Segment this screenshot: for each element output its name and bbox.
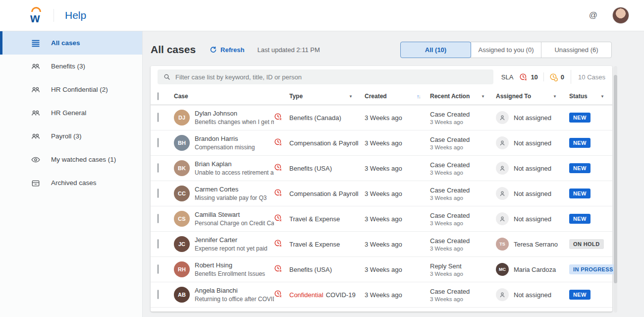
total-case-count: 10 Cases xyxy=(578,73,605,81)
unassigned-person-icon xyxy=(496,187,509,200)
assignee-name: Not assigned xyxy=(514,215,551,223)
case-subject: Unable to access retirement acc... xyxy=(195,169,274,176)
case-requester-name: Angela Bianchi xyxy=(195,287,274,294)
row-checkbox[interactable] xyxy=(158,290,159,299)
row-checkbox[interactable] xyxy=(158,189,159,198)
type-filter-caret-icon[interactable]: ▼ xyxy=(349,94,353,99)
sidebar-item-hr-confidential[interactable]: HR Confidential (2) xyxy=(0,78,142,101)
list-icon xyxy=(31,38,41,48)
recent-action: Case Created xyxy=(430,288,470,295)
assignee-name: Maria Cardoza xyxy=(514,266,556,273)
scrollbar-thumb[interactable] xyxy=(614,75,617,283)
sla-overdue-icon xyxy=(274,214,282,222)
case-requester-avatar: AB xyxy=(174,287,190,303)
row-checkbox[interactable] xyxy=(158,239,159,249)
table-row[interactable]: BK Brian Kaplan Unable to access retirem… xyxy=(151,156,612,181)
case-requester-name: Dylan Johnson xyxy=(195,110,274,117)
row-checkbox[interactable] xyxy=(158,163,159,173)
tab-assigned-to-you[interactable]: Assigned to you (0) xyxy=(471,42,541,58)
status-badge: NEW xyxy=(569,189,590,198)
case-type: Benefits (Canada) xyxy=(289,114,341,122)
workday-logo-letter: w xyxy=(30,12,40,24)
case-requester-avatar: JC xyxy=(174,236,190,252)
case-type: Travel & Expense xyxy=(289,241,340,248)
row-checkbox[interactable] xyxy=(158,214,159,223)
scrollbar-track xyxy=(614,66,617,313)
main-content: All cases Refresh Last updated 2:11 PM A… xyxy=(143,31,644,317)
case-type: COVID-19 xyxy=(326,291,356,299)
archive-icon xyxy=(31,178,41,188)
table-row[interactable]: CS Camilla Stewart Personal Charge on Cr… xyxy=(151,206,612,232)
case-created: 3 Weeks ago xyxy=(365,190,430,197)
recent-action-time: 3 Weeks ago xyxy=(430,195,463,201)
unassigned-person-icon xyxy=(496,288,509,301)
tab-all[interactable]: All (10) xyxy=(400,42,471,58)
case-type: Compensation & Payroll xyxy=(289,190,358,197)
case-subject: Personal Charge on Credit Card xyxy=(195,220,274,227)
table-row[interactable]: AB Angela Bianchi Returning to office af… xyxy=(151,282,612,308)
recent-action-filter-caret-icon[interactable]: ▼ xyxy=(481,94,485,99)
workday-logo[interactable]: w xyxy=(28,6,46,24)
created-sort-icon[interactable]: ↑↓ xyxy=(417,93,420,99)
row-checkbox[interactable] xyxy=(158,138,159,147)
case-subject: Benefits changes when I get ma... xyxy=(195,119,274,126)
group-icon xyxy=(31,62,41,71)
case-created: 3 Weeks ago xyxy=(365,266,430,273)
status-badge: NEW xyxy=(569,290,590,300)
table-row[interactable]: DJ Dylan Johnson Benefits changes when I… xyxy=(151,105,612,130)
case-requester-avatar: CS xyxy=(174,211,190,227)
table-row[interactable]: JC Jennifer Carter Expense report not ye… xyxy=(151,232,612,257)
sidebar-item-hr-general[interactable]: HR General xyxy=(0,101,142,125)
recent-action: Case Created xyxy=(430,212,470,219)
sidebar-item-benefits[interactable]: Benefits (3) xyxy=(0,55,142,78)
case-type: Benefits (USA) xyxy=(289,266,332,273)
tab-unassigned[interactable]: Unassigned (6) xyxy=(541,42,612,58)
recent-action: Reply Sent xyxy=(430,262,462,270)
row-checkbox[interactable] xyxy=(158,113,159,122)
sla-label: SLA xyxy=(501,73,514,81)
column-header-status: Status xyxy=(569,93,588,100)
case-requester-name: Brian Kaplan xyxy=(195,160,274,168)
status-filter-caret-icon[interactable]: ▼ xyxy=(600,94,604,99)
case-requester-avatar: BH xyxy=(174,135,190,151)
case-created: 3 Weeks ago xyxy=(365,215,430,223)
sla-overdue-icon xyxy=(274,264,282,273)
topbar-divider xyxy=(54,9,54,22)
sidebar-item-label: Payroll (3) xyxy=(51,132,82,140)
assignee-name: Not assigned xyxy=(514,190,551,197)
case-requester-name: Brandon Harris xyxy=(195,135,255,142)
mention-icon[interactable]: @ xyxy=(589,10,597,20)
filter-search-input[interactable] xyxy=(175,73,488,81)
refresh-button[interactable]: Refresh xyxy=(210,46,244,54)
case-created: 3 Weeks ago xyxy=(365,139,430,147)
case-requester-avatar: DJ xyxy=(174,110,190,126)
status-badge: ON HOLD xyxy=(569,239,604,249)
sidebar-item-label: HR Confidential (2) xyxy=(51,86,108,93)
sla-overdue-count: 10 xyxy=(531,73,537,81)
assignee-name: Not assigned xyxy=(514,165,551,172)
sidebar-item-all-cases[interactable]: All cases xyxy=(0,31,142,55)
sidebar-item-archived-cases[interactable]: Archived cases xyxy=(0,171,142,194)
confidential-label: Confidential xyxy=(289,291,323,299)
user-avatar[interactable] xyxy=(612,7,629,24)
assignee-avatar: TS xyxy=(496,238,509,251)
sla-overdue-icon xyxy=(274,189,282,197)
case-subject: Compensation missing xyxy=(195,144,255,151)
table-row[interactable]: RH Robert Hsing Benefits Enrollment Issu… xyxy=(151,257,612,282)
case-subject: Missing variable pay for Q3 xyxy=(195,194,267,201)
table-row[interactable]: BH Brandon Harris Compensation missing C… xyxy=(151,130,612,156)
search-icon xyxy=(163,73,171,81)
case-type: Compensation & Payroll xyxy=(289,139,358,147)
row-checkbox[interactable] xyxy=(158,264,159,274)
case-requester-name: Carmen Cortes xyxy=(195,186,267,193)
select-all-checkbox[interactable] xyxy=(158,92,159,100)
assigned-to-filter-caret-icon[interactable]: ▼ xyxy=(553,94,557,99)
eye-icon xyxy=(31,155,41,165)
sidebar-item-my-watched-cases[interactable]: My watched cases (1) xyxy=(0,148,142,171)
status-badge: IN PROGRESS xyxy=(569,264,617,274)
recent-action: Case Created xyxy=(430,237,470,245)
table-body: DJ Dylan Johnson Benefits changes when I… xyxy=(151,105,612,308)
case-list-card: SLA 10 0 10 Cases Case Type ▼ xyxy=(151,66,612,312)
sidebar-item-payroll[interactable]: Payroll (3) xyxy=(0,125,142,148)
table-row[interactable]: CC Carmen Cortes Missing variable pay fo… xyxy=(151,181,612,206)
